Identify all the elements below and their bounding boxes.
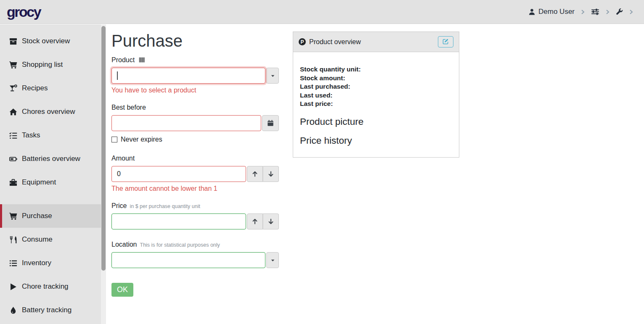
product-overview-header: P Product overview	[293, 32, 459, 52]
barcode-icon	[138, 56, 146, 62]
purchase-form: Purchase Product You have to select a pr…	[111, 32, 280, 297]
edit-icon	[443, 38, 449, 46]
cocktail-icon	[9, 84, 18, 92]
admin-menu[interactable]	[616, 8, 623, 16]
location-input[interactable]	[111, 252, 265, 268]
sidebar-item-battery-tracking[interactable]: Battery tracking	[0, 298, 106, 322]
amount-input[interactable]	[111, 166, 246, 182]
sidebar-item-shopping-list[interactable]: Shopping list	[0, 53, 106, 76]
amount-error: The amount cannot be lower than 1	[111, 185, 280, 192]
product-overview-title: Product overview	[309, 38, 361, 46]
settings-menu[interactable]	[591, 8, 599, 16]
user-menu[interactable]: Demo User	[528, 8, 575, 16]
shopping-cart-icon	[9, 212, 18, 220]
last-purchased-label: Last purchased:	[300, 82, 452, 91]
sidebar-item-label: Battery tracking	[22, 306, 72, 314]
product-input[interactable]	[111, 68, 265, 84]
product-circle-icon: P	[299, 38, 306, 45]
main-content: Purchase Product You have to select a pr…	[106, 24, 644, 297]
sidebar-item-equipment[interactable]: Equipment	[0, 171, 106, 194]
sidebar-item-chore-tracking[interactable]: Chore tracking	[0, 275, 106, 298]
price-decrease-button[interactable]	[263, 213, 279, 229]
sidebar-item-batteries-overview[interactable]: Batteries overview	[0, 147, 106, 171]
home-icon	[9, 108, 18, 116]
list-icon	[9, 259, 18, 267]
product-picture-heading: Product picture	[300, 116, 452, 127]
play-icon	[9, 283, 18, 291]
location-hint: This is for statistical purposes only	[140, 242, 220, 248]
sidebar-scrollbar-track[interactable]	[101, 24, 106, 324]
user-name: Demo User	[538, 8, 575, 16]
utensils-icon	[9, 236, 18, 244]
sidebar-item-tasks[interactable]: Tasks	[0, 124, 106, 147]
sidebar-item-recipes[interactable]: Recipes	[0, 76, 106, 100]
stock-amount-label: Stock amount:	[300, 74, 452, 83]
sliders-icon	[591, 8, 599, 16]
product-error: You have to select a product	[111, 87, 280, 94]
price-label: Price in $ per purchase quantity unit	[111, 202, 280, 210]
sidebar-item-consume[interactable]: Consume	[0, 228, 106, 251]
price-group: Price in $ per purchase quantity unit	[111, 202, 280, 229]
amount-decrease-button[interactable]	[263, 166, 279, 182]
stock-quantity-unit-label: Stock quantity unit:	[300, 65, 452, 74]
price-history-heading: Price history	[300, 135, 452, 146]
location-dropdown-button[interactable]	[266, 252, 279, 268]
toolbox-icon	[9, 179, 18, 187]
price-input[interactable]	[111, 213, 246, 229]
calendar-button[interactable]	[262, 115, 279, 131]
battery-icon	[9, 155, 18, 163]
sidebar-item-label: Chores overview	[22, 108, 75, 116]
amount-group: Amount The amount cannot be lower than 1	[111, 155, 280, 192]
sidebar-item-label: Purchase	[22, 212, 52, 220]
sidebar-item-stock-overview[interactable]: Stock overview	[0, 29, 106, 53]
edit-product-button[interactable]	[438, 36, 453, 47]
page-title: Purchase	[111, 32, 280, 50]
tasks-icon	[9, 132, 18, 140]
product-overview-panel: P Product overview Stock quantity unit: …	[293, 32, 459, 158]
sidebar-item-label: Inventory	[22, 259, 51, 267]
user-icon	[528, 8, 535, 16]
sidebar-item-label: Equipment	[22, 178, 56, 187]
amount-increase-button[interactable]	[247, 166, 263, 182]
location-group: Location This is for statistical purpose…	[111, 241, 280, 268]
top-header: grocy Demo User	[0, 0, 644, 24]
droplet-icon	[9, 306, 18, 314]
grocy-logo[interactable]: grocy	[7, 5, 40, 19]
never-expires-label: Never expires	[121, 136, 162, 143]
last-price-label: Last price:	[300, 100, 452, 108]
price-hint: in $ per purchase quantity unit	[130, 203, 200, 209]
chevron-right-icon[interactable]	[628, 9, 634, 15]
sidebar-item-label: Stock overview	[22, 37, 70, 45]
never-expires-checkbox[interactable]	[111, 137, 117, 142]
sidebar-scrollbar-thumb[interactable]	[101, 26, 106, 271]
sidebar-item-inventory[interactable]: Inventory	[0, 251, 106, 275]
last-used-label: Last used:	[300, 91, 452, 100]
chevron-right-icon[interactable]	[580, 9, 586, 15]
header-nav: Demo User	[528, 8, 644, 16]
sidebar-item-label: Shopping list	[22, 61, 63, 69]
product-dropdown-button[interactable]	[266, 68, 279, 84]
price-increase-button[interactable]	[247, 213, 263, 229]
text-cursor	[117, 71, 118, 80]
best-before-label: Best before	[111, 104, 280, 111]
amount-label: Amount	[111, 155, 280, 162]
box-icon	[9, 37, 18, 45]
sidebar-item-label: Batteries overview	[22, 155, 80, 163]
never-expires-row: Never expires	[111, 136, 280, 143]
best-before-group: Best before Never expires	[111, 104, 280, 143]
wrench-icon	[616, 8, 623, 16]
sidebar-item-label: Chore tracking	[22, 282, 69, 291]
best-before-input[interactable]	[111, 115, 261, 131]
ok-button[interactable]: OK	[111, 283, 133, 297]
location-label: Location This is for statistical purpose…	[111, 241, 280, 248]
sidebar-item-label: Consume	[22, 235, 53, 244]
product-overview-body: Stock quantity unit: Stock amount: Last …	[293, 52, 459, 157]
sidebar-item-label: Recipes	[22, 84, 48, 92]
product-label: Product	[111, 56, 280, 64]
sidebar: Stock overview Shopping list Recipes Cho…	[0, 24, 106, 324]
sidebar-item-chores-overview[interactable]: Chores overview	[0, 100, 106, 124]
shopping-cart-icon	[9, 61, 18, 69]
chevron-right-icon[interactable]	[605, 9, 610, 15]
sidebar-item-label: Tasks	[22, 131, 40, 140]
sidebar-item-purchase[interactable]: Purchase	[0, 204, 106, 228]
